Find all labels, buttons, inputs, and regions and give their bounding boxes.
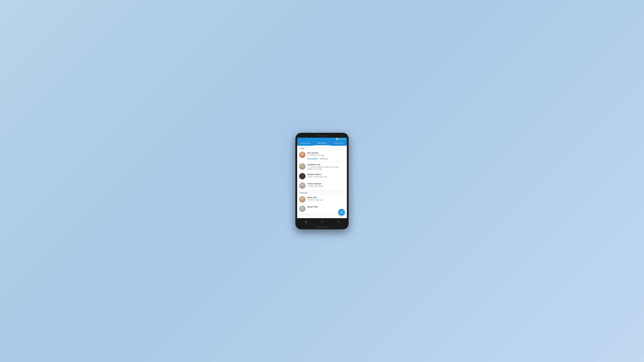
contact-item-sandra-adams[interactable]: Sandra Adams ✔ Work, 30 min ago, 0:35 bbox=[297, 172, 347, 181]
call-icon-trevor: ↗ bbox=[307, 185, 308, 187]
fab-dot-9 bbox=[342, 213, 343, 214]
status-icons: ▾ ▋▌ 🔋 10:25 bbox=[335, 138, 346, 140]
contact-info-sandra-adams: Sandra Adams ✔ Work, 30 min ago, 0:35 bbox=[307, 173, 345, 178]
fab-dot-6 bbox=[342, 212, 343, 212]
contact-item-trevor-hansen[interactable]: Trevor Hansen ↗ Mobile, 53 min ago bbox=[297, 181, 347, 190]
action-buttons-ali-connors: CALL BACK DETAILS bbox=[307, 156, 345, 161]
contact-item-britta-holt[interactable]: Britta Holt ↗ Home, 2 days ago bbox=[297, 195, 347, 204]
tab-bar: SPEED DIAL RECENTS CONTACTS bbox=[297, 140, 347, 146]
avatar-britta-holt bbox=[299, 196, 306, 202]
nav-home-button[interactable]: ○ bbox=[318, 219, 326, 224]
section-header-today: Today bbox=[297, 146, 347, 150]
battery-icon: 🔋 bbox=[339, 138, 341, 140]
phone-home-indicator bbox=[315, 227, 329, 227]
avatar-ali-connors bbox=[299, 152, 306, 158]
section-header-yesterday: Yesterday bbox=[297, 190, 347, 195]
fab-dialpad[interactable] bbox=[338, 209, 345, 216]
phone-camera bbox=[340, 135, 341, 136]
nav-recent-button[interactable]: □ bbox=[335, 219, 342, 224]
contact-name-jonathan-lee: Jonathan Lee bbox=[307, 163, 345, 166]
nav-back-button[interactable]: ◁ bbox=[302, 219, 310, 224]
contact-name-trevor-hansen: Trevor Hansen bbox=[307, 182, 345, 185]
call-icon-sandra: ✔ bbox=[307, 176, 308, 178]
contact-info-britta-holt: Britta Holt ↗ Home, 2 days ago bbox=[307, 196, 345, 201]
wifi-icon: ▾ bbox=[335, 138, 336, 140]
avatar-sandra-adams bbox=[299, 173, 306, 179]
voicemail-icon: ⊙⊙ bbox=[307, 166, 310, 168]
tab-recents[interactable]: RECENTS bbox=[314, 140, 330, 146]
contact-subtext-ali-connors: ✔ ✔ Mobile, 5 min ago bbox=[307, 154, 345, 156]
tab-contacts[interactable]: CONTACTS bbox=[330, 140, 347, 146]
fab-dots-grid bbox=[340, 211, 344, 214]
call-icon-britta: ↗ bbox=[307, 199, 308, 201]
fab-dot-2 bbox=[341, 211, 342, 212]
content-area: Today Ali Connors ✔ ✔ Mobile, 5 min ago … bbox=[297, 146, 347, 218]
contact-subtext-jonathan-voicemail: ⊙⊙ Hey, just calling to make sure you go… bbox=[307, 166, 345, 168]
phone-device: ▾ ▋▌ 🔋 10:25 SPEED DIAL RECENTS CONTACTS… bbox=[296, 133, 348, 229]
phone-speaker bbox=[318, 135, 326, 136]
contact-name-sandra-adams: Sandra Adams bbox=[307, 173, 345, 176]
fab-dot-7 bbox=[340, 213, 340, 214]
contact-item-jonathan-lee[interactable]: Jonathan Lee ⊙⊙ Hey, just calling to mak… bbox=[297, 162, 347, 172]
phone-screen: ▾ ▋▌ 🔋 10:25 SPEED DIAL RECENTS CONTACTS… bbox=[297, 138, 347, 225]
contact-subtext-sandra: ✔ Work, 30 min ago, 0:35 bbox=[307, 176, 345, 178]
fab-dot-4 bbox=[340, 212, 340, 212]
bottom-nav: ◁ ○ □ bbox=[297, 218, 347, 225]
fab-dot-8 bbox=[341, 213, 342, 214]
signal-icon: ▋▌ bbox=[336, 138, 338, 140]
tab-speed-dial[interactable]: SPEED DIAL bbox=[297, 140, 314, 146]
avatar-trevor-hansen bbox=[299, 182, 306, 189]
phone-top-bar bbox=[297, 135, 347, 136]
avatar-jonathan-lee bbox=[299, 163, 306, 170]
details-button[interactable]: DETAILS bbox=[320, 158, 328, 160]
contact-item-ali-connors[interactable]: Ali Connors ✔ ✔ Mobile, 5 min ago CALL B… bbox=[297, 150, 347, 162]
contact-subtext-britta: ↗ Home, 2 days ago bbox=[307, 199, 345, 201]
call-icon-incoming-2: ✔ bbox=[309, 154, 310, 156]
status-time: 10:25 bbox=[342, 138, 346, 140]
phone-bottom-bar bbox=[297, 227, 347, 227]
call-back-button[interactable]: CALL BACK bbox=[307, 158, 318, 160]
contact-name-david-park: David Park bbox=[307, 206, 345, 208]
contact-name-ali-connors: Ali Connors bbox=[307, 152, 345, 154]
contact-subtext-jonathan-detail: Mobile, 15 min ago bbox=[307, 168, 345, 170]
fab-dot-1 bbox=[340, 211, 340, 212]
contact-subtext-trevor: ↗ Mobile, 53 min ago bbox=[307, 185, 345, 187]
avatar-david-park bbox=[299, 206, 306, 212]
contact-info-david-park: David Park bbox=[307, 206, 345, 208]
contact-info-trevor-hansen: Trevor Hansen ↗ Mobile, 53 min ago bbox=[307, 182, 345, 187]
status-bar: ▾ ▋▌ 🔋 10:25 bbox=[297, 138, 347, 140]
fab-dot-5 bbox=[341, 212, 342, 212]
contact-info-jonathan-lee: Jonathan Lee ⊙⊙ Hey, just calling to mak… bbox=[307, 163, 345, 170]
contact-name-britta-holt: Britta Holt bbox=[307, 196, 345, 198]
contact-info-ali-connors: Ali Connors ✔ ✔ Mobile, 5 min ago CALL B… bbox=[307, 152, 345, 161]
call-icon-incoming-1: ✔ bbox=[307, 154, 308, 156]
fab-dot-3 bbox=[342, 211, 343, 212]
